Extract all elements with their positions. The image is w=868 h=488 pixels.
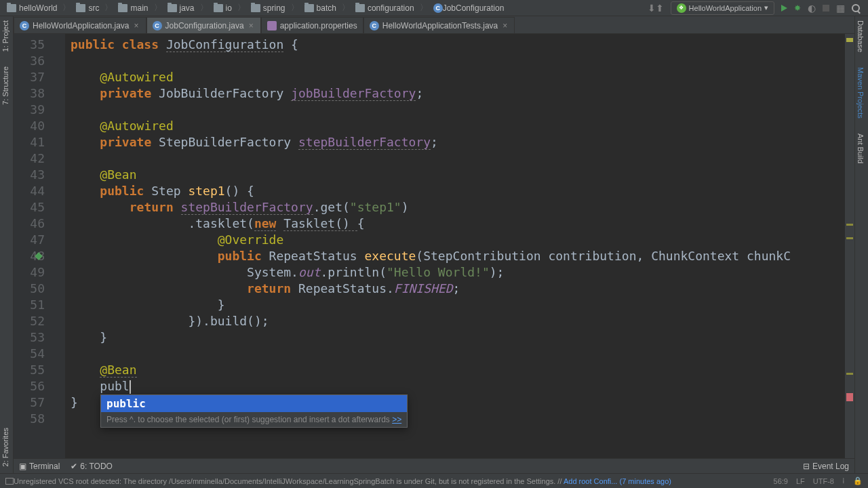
bc-src[interactable]: src: [72, 3, 103, 13]
tab-jobconfiguration-java[interactable]: CJobConfiguration.java×: [146, 17, 261, 33]
line-number[interactable]: 50: [14, 281, 45, 297]
line-number[interactable]: 52: [14, 313, 45, 329]
tab-close-icon[interactable]: ×: [248, 21, 255, 30]
code-line-46[interactable]: .tasklet(new Tasklet() {: [71, 216, 854, 232]
tab-close-icon[interactable]: ×: [501, 21, 509, 30]
bc-batch[interactable]: batch: [300, 3, 340, 13]
bc-java[interactable]: java: [163, 3, 199, 13]
bc-configuration[interactable]: configuration: [351, 3, 418, 13]
code-line-43[interactable]: @Bean: [71, 167, 854, 183]
line-number[interactable]: 43: [14, 167, 45, 183]
tab-helloworldapplicationtests-java[interactable]: CHelloWorldApplicationTests.java×: [363, 17, 515, 33]
right-tool-rail: Database Maven Projects Ant Build: [854, 16, 868, 473]
maven-tool-button[interactable]: Maven Projects: [855, 63, 866, 123]
code-line-35[interactable]: public class JobConfiguration {: [71, 37, 854, 53]
cursor-position[interactable]: 56:9: [774, 477, 788, 485]
line-number[interactable]: 35: [14, 37, 45, 53]
code-line-36[interactable]: [71, 53, 854, 69]
completion-item-public[interactable]: public: [101, 395, 407, 412]
scroll-marker[interactable]: [846, 237, 853, 239]
line-separator[interactable]: LF: [796, 477, 805, 485]
code-line-56[interactable]: publ: [71, 378, 854, 394]
error-marker[interactable]: [846, 393, 853, 401]
code-line-38[interactable]: private JobBuilderFactory jobBuilderFact…: [71, 85, 854, 102]
line-number[interactable]: 42: [14, 150, 45, 167]
completion-hint: Press ^. to choose the selected (or firs…: [101, 412, 407, 427]
fold-strip[interactable]: [52, 34, 65, 473]
code-line-52[interactable]: }).build();: [71, 313, 854, 329]
file-encoding[interactable]: UTF-8: [813, 477, 834, 485]
line-number[interactable]: 45: [14, 199, 45, 216]
code-line-37[interactable]: @Autowired: [71, 69, 854, 85]
tab-helloworldapplication-java[interactable]: CHelloWorldApplication.java×: [14, 17, 146, 33]
todo-tool-button[interactable]: ✔ 6: TODO: [71, 462, 113, 471]
favorites-tool-button[interactable]: 2: Favorites: [0, 424, 11, 470]
code-line-54[interactable]: [71, 346, 854, 362]
code-line-49[interactable]: System.out.println("Hello World!");: [71, 264, 854, 281]
code-line-53[interactable]: }: [71, 329, 854, 346]
readonly-lock-icon[interactable]: 🔒: [853, 476, 863, 485]
event-log-button[interactable]: ⊟ Event Log: [803, 462, 849, 471]
insert-mode-indicator[interactable]: ⁞: [842, 476, 845, 485]
run-configuration-selector[interactable]: ❖HelloWorldApplication ▾: [671, 1, 774, 15]
stop-icon[interactable]: [823, 5, 829, 12]
line-number[interactable]: 49: [14, 264, 45, 281]
line-number[interactable]: 40: [14, 118, 45, 134]
line-number[interactable]: 46: [14, 216, 45, 232]
code-line-45[interactable]: return stepBuilderFactory.get("step1"): [71, 199, 854, 216]
code-completion-popup[interactable]: public Press ^. to choose the selected (…: [100, 394, 408, 428]
bc-helloWorld[interactable]: helloWorld: [3, 3, 61, 13]
code-line-48[interactable]: public RepeatStatus execute(StepContribu…: [71, 248, 854, 264]
ant-tool-button[interactable]: Ant Build: [855, 129, 866, 167]
terminal-tool-button[interactable]: ▣ Terminal: [19, 462, 60, 471]
class-icon: C: [370, 21, 379, 30]
completion-hint-link[interactable]: >>: [392, 415, 401, 424]
line-number[interactable]: 54: [14, 346, 45, 362]
code-line-39[interactable]: [71, 102, 854, 118]
scroll-marker[interactable]: [846, 224, 853, 226]
scroll-marker[interactable]: [846, 373, 853, 375]
line-number[interactable]: 53: [14, 329, 45, 346]
line-number[interactable]: 57: [14, 394, 45, 411]
editor-scrollbar[interactable]: [845, 34, 854, 473]
code-line-42[interactable]: [71, 150, 854, 167]
warning-marker-icon[interactable]: [846, 38, 853, 42]
line-number[interactable]: 56: [14, 378, 45, 394]
line-number[interactable]: 47: [14, 232, 45, 248]
line-number[interactable]: 44: [14, 183, 45, 199]
line-number[interactable]: 38: [14, 85, 45, 102]
folder-icon: [355, 4, 365, 12]
line-number[interactable]: 37: [14, 69, 45, 85]
editor-tabs: CHelloWorldApplication.java×CJobConfigur…: [14, 16, 854, 34]
line-number[interactable]: 36: [14, 53, 45, 69]
database-tool-button[interactable]: Database: [855, 16, 866, 56]
code-line-44[interactable]: public Step step1() {: [71, 183, 854, 199]
tab-close-icon[interactable]: ×: [133, 21, 140, 30]
structure-tool-button[interactable]: 7: Structure: [0, 62, 11, 109]
tool-windows-toggle-icon[interactable]: [5, 478, 14, 485]
tab-application-properties[interactable]: application.properties: [261, 17, 363, 33]
bc-spring[interactable]: spring: [247, 3, 290, 13]
code-line-40[interactable]: @Autowired: [71, 118, 854, 134]
line-number[interactable]: 51: [14, 297, 45, 313]
line-number[interactable]: 55: [14, 362, 45, 378]
code-line-55[interactable]: @Bean: [71, 362, 854, 378]
code-line-41[interactable]: private StepBuilderFactory stepBuilderFa…: [71, 134, 854, 150]
status-add-root-link[interactable]: Add root Confi... (7 minutes ago): [564, 477, 671, 485]
run-icon[interactable]: [781, 5, 787, 12]
bc-class[interactable]: C JobConfiguration: [429, 3, 509, 13]
code-line-50[interactable]: return RepeatStatus.FINISHED;: [71, 281, 854, 297]
line-number[interactable]: 58: [14, 411, 45, 427]
line-number[interactable]: 39: [14, 102, 45, 118]
bc-io[interactable]: io: [210, 3, 236, 13]
code-line-51[interactable]: }: [71, 297, 854, 313]
coverage-icon[interactable]: ◐: [808, 3, 816, 14]
debug-icon[interactable]: ✸: [794, 3, 801, 13]
make-project-icon[interactable]: ⬇⬆: [648, 3, 664, 14]
search-everywhere-icon[interactable]: [852, 4, 860, 12]
project-tool-button[interactable]: 1: Project: [0, 16, 11, 56]
line-number[interactable]: 41: [14, 134, 45, 150]
code-line-47[interactable]: @Override: [71, 232, 854, 248]
layout-icon[interactable]: ▦: [836, 3, 845, 14]
bc-main[interactable]: main: [114, 3, 152, 13]
